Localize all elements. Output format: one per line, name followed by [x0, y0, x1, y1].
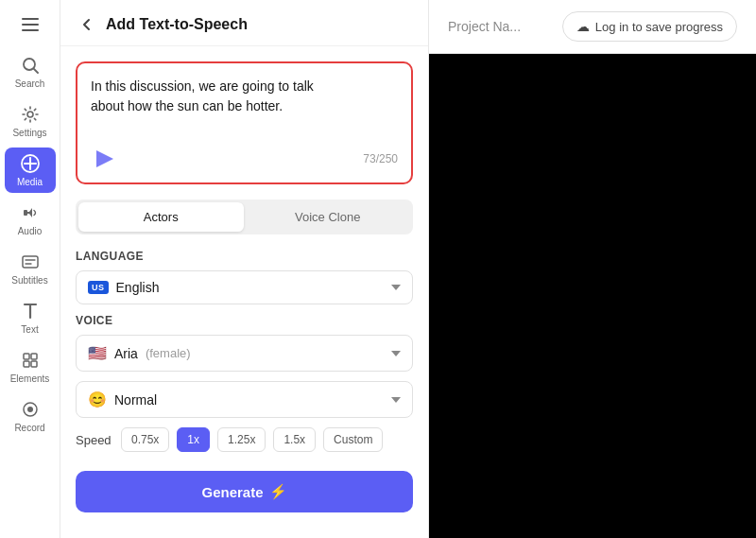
sidebar-item-elements-label: Elements [10, 373, 50, 384]
sidebar-item-subtitles[interactable]: Subtitles [5, 246, 56, 291]
speed-btn-custom[interactable]: Custom [323, 427, 383, 452]
char-counter: 73/250 [363, 152, 398, 165]
media-icon [20, 153, 41, 174]
settings-icon [20, 104, 41, 125]
generate-button[interactable]: Generate ⚡ [76, 471, 413, 512]
sidebar-item-audio-label: Audio [18, 226, 43, 236]
speed-btn-125[interactable]: 1.25x [217, 427, 266, 452]
play-triangle-icon [96, 150, 113, 167]
save-btn-label: Log in to save progress [595, 20, 723, 34]
tab-actors[interactable]: Actors [78, 202, 244, 232]
save-progress-button[interactable]: ☁ Log in to save progress [562, 11, 737, 42]
emotion-name: Normal [114, 392, 157, 408]
svg-rect-10 [23, 256, 38, 268]
text-input-box: In this discussion, we are going to talk… [76, 61, 413, 184]
sidebar-item-text-label: Text [21, 324, 38, 335]
tts-text-input[interactable]: In this discussion, we are going to talk… [91, 77, 398, 133]
sidebar-item-search[interactable]: Search [5, 49, 56, 95]
text-box-footer: 73/250 [91, 145, 398, 173]
svg-point-20 [27, 407, 33, 412]
main-panel: Add Text-to-Speech In this discussion, w… [60, 0, 429, 538]
speed-label: Speed [76, 433, 113, 447]
panel-header: Add Text-to-Speech [60, 0, 428, 46]
video-preview-area [429, 54, 756, 538]
svg-rect-18 [31, 361, 37, 367]
svg-point-3 [24, 59, 35, 70]
svg-rect-2 [22, 29, 39, 31]
top-bar: Project Na... ☁ Log in to save progress [429, 0, 756, 54]
language-name: English [116, 280, 160, 295]
speed-btn-1x[interactable]: 1x [177, 427, 210, 452]
speed-btn-075[interactable]: 0.75x [121, 427, 169, 452]
emotion-dropdown[interactable]: 😊 Normal [76, 381, 413, 418]
voice-type: (female) [146, 346, 191, 360]
right-panel: Project Na... ☁ Log in to save progress [429, 0, 756, 538]
svg-rect-0 [22, 18, 39, 20]
svg-line-4 [34, 69, 38, 73]
generate-btn-icon: ⚡ [269, 483, 287, 500]
svg-rect-17 [24, 361, 29, 367]
emotion-emoji-icon: 😊 [88, 390, 107, 408]
voice-chevron-icon [391, 351, 401, 356]
svg-point-5 [27, 112, 33, 117]
audio-icon [20, 202, 41, 223]
emotion-chevron-icon [391, 397, 401, 403]
voice-flag-icon: 🇺🇸 [88, 344, 107, 362]
search-icon [20, 55, 41, 76]
subtitles-icon [20, 252, 41, 272]
svg-rect-16 [31, 354, 37, 359]
voice-name: Aria [114, 346, 138, 361]
emotion-dropdown-left: 😊 Normal [88, 390, 157, 408]
tab-voice-clone[interactable]: Voice Clone [246, 202, 411, 232]
svg-rect-9 [24, 210, 27, 216]
svg-rect-1 [22, 24, 39, 26]
sidebar-item-record-label: Record [14, 423, 44, 433]
sidebar-item-media[interactable]: Media [5, 148, 56, 193]
sidebar: Search Settings Media A [0, 0, 60, 538]
language-chevron-icon [391, 285, 401, 290]
sidebar-item-settings-label: Settings [12, 128, 46, 138]
sidebar-item-subtitles-label: Subtitles [11, 275, 47, 286]
project-name: Project Na... [448, 19, 521, 34]
text-icon [20, 301, 41, 321]
generate-btn-label: Generate [201, 484, 263, 500]
cloud-icon: ☁ [576, 19, 590, 34]
hamburger-menu[interactable] [5, 9, 56, 40]
voice-dropdown[interactable]: 🇺🇸 Aria (female) [76, 335, 413, 372]
sidebar-item-text[interactable]: Text [5, 295, 56, 340]
sidebar-item-media-label: Media [17, 177, 43, 187]
sidebar-item-audio[interactable]: Audio [5, 197, 56, 242]
language-section-label: Language [76, 250, 413, 263]
us-flag-badge: US [88, 281, 109, 294]
sidebar-item-elements[interactable]: Elements [5, 344, 56, 390]
speed-btn-15[interactable]: 1.5x [273, 427, 316, 452]
back-button[interactable] [76, 13, 98, 36]
elements-icon [20, 350, 41, 371]
sidebar-item-settings[interactable]: Settings [5, 98, 56, 144]
voice-dropdown-left: 🇺🇸 Aria (female) [88, 344, 191, 362]
sidebar-item-record[interactable]: Record [5, 393, 56, 439]
language-dropdown-left: US English [88, 280, 159, 295]
svg-rect-15 [24, 354, 29, 359]
play-button[interactable] [91, 145, 119, 173]
speed-row: Speed 0.75x 1x 1.25x 1.5x Custom [76, 427, 413, 452]
language-dropdown[interactable]: US English [76, 270, 413, 304]
voice-tabs: Actors Voice Clone [76, 200, 413, 234]
voice-section-label: Voice [76, 314, 413, 327]
panel-title: Add Text-to-Speech [106, 16, 248, 33]
sidebar-item-search-label: Search [15, 78, 45, 89]
panel-content: In this discussion, we are going to talk… [60, 46, 428, 538]
record-icon [20, 399, 41, 420]
